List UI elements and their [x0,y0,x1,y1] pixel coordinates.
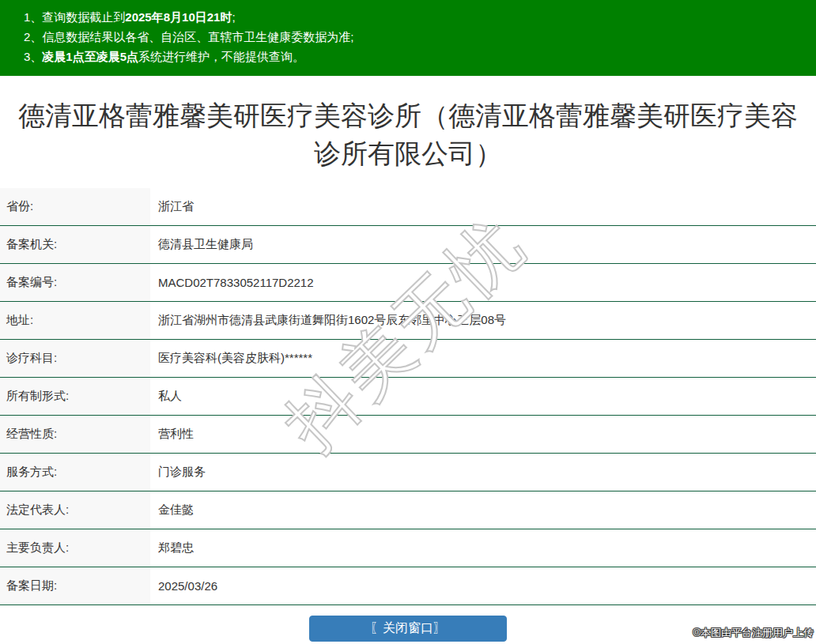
row-label: 备案机关: [0,226,150,263]
notice-bar: 1、查询数据截止到2025年8月10日21时; 2、信息数据结果以各省、自治区、… [0,0,816,76]
row-value: 医疗美容科(美容皮肤科)****** [150,340,816,377]
notice-item: 3、凌晨1点至凌晨5点系统进行维护，不能提供查询。 [24,47,808,66]
table-row: 服务方式: 门诊服务 [0,454,816,491]
row-label: 诊疗科目: [0,340,150,377]
row-label: 省份: [0,188,150,225]
close-window-button[interactable]: 〖关闭窗口〗 [309,616,507,642]
notice-text: 系统进行维护，不能提供查询。 [138,50,304,63]
row-value: 私人 [150,378,816,415]
table-row: 备案机关: 德清县卫生健康局 [0,226,816,264]
notice-text: 1、查询数据截止到 [24,10,125,24]
table-row: 地址: 浙江省湖州市德清县武康街道舞阳街1602号辰东邻里中心三层08号 [0,302,816,340]
row-label: 服务方式: [0,454,150,491]
row-label: 主要负责人: [0,529,150,567]
row-label: 所有制形式: [0,378,150,415]
notice-text: 3、 [24,50,42,63]
table-row: 省份: 浙江省 [0,188,816,226]
row-value: MACD02T7833052117D2212 [150,264,816,301]
image-credit-watermark: ©本图由平台注册用户上传 [693,626,814,640]
table-row: 主要负责人: 郑碧忠 [0,529,816,567]
row-value: 浙江省湖州市德清县武康街道舞阳街1602号辰东邻里中心三层08号 [150,302,816,339]
notice-text: ; [232,10,235,24]
row-label: 经营性质: [0,416,150,453]
table-row: 所有制形式: 私人 [0,378,816,416]
row-value: 浙江省 [150,188,816,225]
row-label: 法定代表人: [0,491,150,529]
notice-text-bold: 凌晨1点至凌晨5点 [42,50,138,63]
row-value: 门诊服务 [150,454,816,491]
table-row: 经营性质: 营利性 [0,416,816,454]
row-value: 2025/03/26 [150,567,816,604]
row-value: 郑碧忠 [150,529,816,567]
row-value: 德清县卫生健康局 [150,226,816,263]
table-row: 备案日期: 2025/03/26 [0,567,816,605]
table-row: 诊疗科目: 医疗美容科(美容皮肤科)****** [0,340,816,378]
notice-item: 1、查询数据截止到2025年8月10日21时; [24,7,808,27]
table-row: 备案编号: MACD02T7833052117D2212 [0,264,816,302]
page-title: 德清亚格蕾雅馨美研医疗美容诊所（德清亚格蕾雅馨美研医疗美容诊所有限公司） [8,96,808,172]
notice-item: 2、信息数据结果以各省、自治区、直辖市卫生健康委数据为准; [24,27,808,47]
row-label: 备案编号: [0,264,150,301]
row-value: 营利性 [150,416,816,453]
notice-text-bold: 2025年8月10日21时 [125,10,232,24]
row-value: 金佳懿 [150,491,816,529]
notice-text: 2、信息数据结果以各省、自治区、直辖市卫生健康委数据为准; [24,30,354,43]
info-table: 省份: 浙江省 备案机关: 德清县卫生健康局 备案编号: MACD02T7833… [0,188,816,605]
row-label: 备案日期: [0,567,150,604]
table-row: 法定代表人: 金佳懿 [0,491,816,529]
row-label: 地址: [0,302,150,339]
